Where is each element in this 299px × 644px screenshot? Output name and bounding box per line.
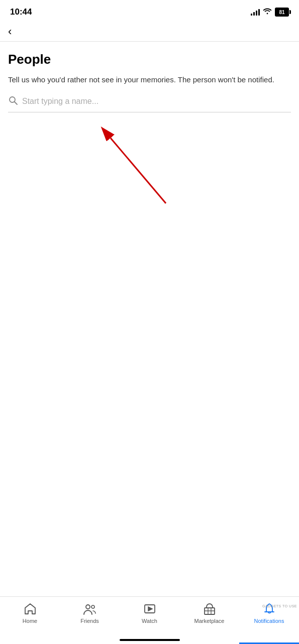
svg-point-5	[91, 605, 94, 608]
back-button[interactable]: ‹	[8, 26, 291, 37]
watch-icon	[143, 602, 157, 616]
tab-watch[interactable]: Watch	[120, 602, 179, 624]
page-description: Tell us who you'd rather not see in your…	[8, 74, 291, 85]
tab-marketplace-label: Marketplace	[194, 618, 225, 624]
status-time: 10:44	[10, 7, 32, 17]
tab-friends-label: Friends	[80, 618, 99, 624]
svg-point-4	[86, 605, 90, 609]
watermark: GADGETS TO USE	[262, 604, 297, 608]
home-indicator-bar	[120, 639, 180, 641]
search-bar[interactable]	[8, 95, 291, 112]
annotation-arrow	[25, 118, 186, 218]
svg-marker-7	[148, 607, 152, 611]
page-title: People	[8, 52, 291, 67]
tab-watch-label: Watch	[142, 618, 157, 624]
home-icon	[23, 602, 37, 616]
tab-marketplace[interactable]: Marketplace	[179, 602, 239, 624]
search-input[interactable]	[22, 97, 291, 106]
friends-icon	[83, 602, 97, 616]
svg-line-1	[15, 101, 18, 104]
back-navigation: ‹	[0, 22, 299, 42]
status-icons: 81	[251, 8, 289, 17]
tab-friends[interactable]: Friends	[60, 602, 120, 624]
search-icon	[8, 95, 18, 108]
main-content: People Tell us who you'd rather not see …	[0, 42, 299, 112]
wifi-icon	[263, 8, 272, 17]
tab-notifications-label: Notifications	[254, 618, 284, 624]
tab-home[interactable]: Home	[0, 602, 60, 624]
bottom-tab-bar: Home Friends Watch	[0, 596, 299, 644]
signal-bars-icon	[251, 9, 260, 16]
marketplace-icon	[203, 602, 217, 616]
battery-icon: 81	[275, 8, 289, 17]
tab-home-label: Home	[23, 618, 37, 624]
status-bar: 10:44 81	[0, 0, 299, 22]
svg-line-3	[111, 138, 166, 203]
